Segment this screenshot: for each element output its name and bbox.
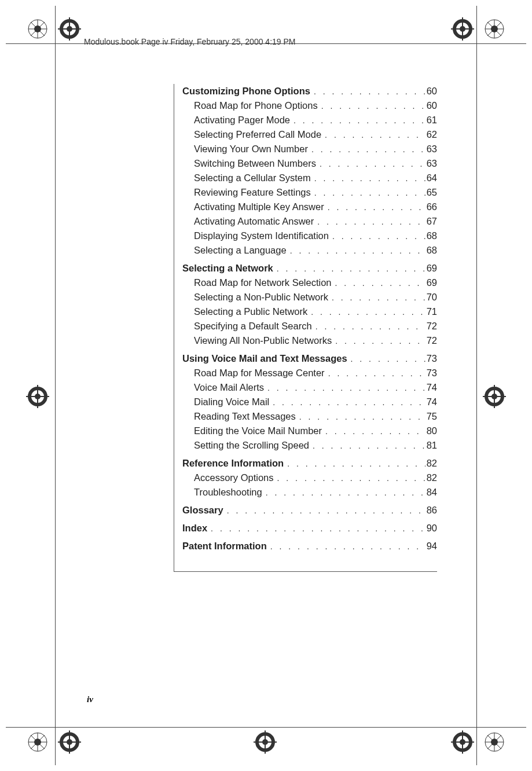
toc-entry-page: 82 <box>425 456 437 470</box>
toc-entry-page: 66 <box>425 200 437 214</box>
registration-mark-icon <box>26 17 49 41</box>
toc-section-row: Index . . . . . . . . . . . . . . . . . … <box>182 521 437 535</box>
toc-entry-title: Selecting a Network <box>182 261 273 275</box>
toc-entry-page: 72 <box>425 319 437 333</box>
toc-group: Reference Information . . . . . . . . . … <box>182 456 437 500</box>
toc-leader-dots: . . . . . . . . . . . . . . . . . . . . … <box>335 276 425 290</box>
toc-leader-dots: . . . . . . . . . . . . . . . . . . . . … <box>293 113 425 127</box>
registration-mark-icon <box>483 17 506 41</box>
toc-leader-dots: . . . . . . . . . . . . . . . . . . . . … <box>351 352 425 366</box>
toc-leader-dots: . . . . . . . . . . . . . . . . . . . . … <box>321 99 425 113</box>
toc-entry-title: Selecting a Cellular System <box>194 171 311 185</box>
toc-entry-title: Reading Text Messages <box>194 409 296 423</box>
toc-sub-row: Accessory Options . . . . . . . . . . . … <box>182 471 437 485</box>
toc-entry-title: Selecting a Non-Public Network <box>194 290 328 304</box>
svg-point-5 <box>34 25 41 32</box>
toc-entry-page: 80 <box>425 424 437 438</box>
toc-entry-title: Activating Multiple Key Answer <box>194 200 324 214</box>
toc-entry-title: Selecting a Language <box>194 243 287 257</box>
toc-leader-dots: . . . . . . . . . . . . . . . . . . . . … <box>314 85 425 98</box>
toc-leader-dots: . . . . . . . . . . . . . . . . . . . . … <box>315 320 425 333</box>
toc-group: Selecting a Network . . . . . . . . . . … <box>182 261 437 348</box>
toc-sub-row: Activating Pager Mode . . . . . . . . . … <box>182 113 437 127</box>
toc-entry-page: 84 <box>425 485 437 499</box>
toc-entry-title: Patent Information <box>182 539 267 553</box>
toc-entry-page: 68 <box>425 229 437 243</box>
toc-entry-title: Viewing Your Own Number <box>194 142 308 156</box>
toc-entry-page: 73 <box>425 351 437 365</box>
toc-sub-row: Reviewing Feature Settings . . . . . . .… <box>182 185 437 200</box>
toc-entry-page: 72 <box>425 333 437 347</box>
toc-section-row: Using Voice Mail and Text Messages . . .… <box>182 351 437 366</box>
toc-leader-dots: . . . . . . . . . . . . . . . . . . . . … <box>325 128 425 142</box>
toc-entry-title: Specifying a Default Search <box>194 319 312 333</box>
toc-leader-dots: . . . . . . . . . . . . . . . . . . . . … <box>299 410 425 424</box>
column-border <box>174 571 437 572</box>
svg-point-15 <box>491 25 498 32</box>
toc-sub-row: Activating Multiple Key Answer . . . . .… <box>182 200 437 214</box>
toc-entry-title: Setting the Scrolling Speed <box>194 438 309 452</box>
toc-section-row: Glossary . . . . . . . . . . . . . . . .… <box>182 503 437 517</box>
toc-leader-dots: . . . . . . . . . . . . . . . . . . . . … <box>332 291 425 304</box>
toc-sub-row: Road Map for Message Center . . . . . . … <box>182 366 437 380</box>
registration-mark-icon <box>26 730 49 754</box>
crop-line-right <box>476 6 477 765</box>
toc-entry-page: 71 <box>425 304 437 318</box>
toc-sub-row: Specifying a Default Search . . . . . . … <box>182 319 437 333</box>
toc-sub-row: Selecting Preferred Call Mode . . . . . … <box>182 127 437 142</box>
toc-leader-dots: . . . . . . . . . . . . . . . . . . . . … <box>335 334 425 348</box>
toc-sub-row: Selecting a Public Network . . . . . . .… <box>182 304 437 319</box>
toc-leader-dots: . . . . . . . . . . . . . . . . . . . . … <box>267 381 425 395</box>
toc-sub-row: Activating Automatic Answer . . . . . . … <box>182 214 437 229</box>
registration-mark-icon <box>58 17 81 41</box>
toc-entry-title: Selecting Preferred Call Mode <box>194 127 321 141</box>
toc-entry-title: Activating Pager Mode <box>194 113 290 127</box>
svg-point-43 <box>491 739 498 746</box>
toc-entry-title: Glossary <box>182 503 223 517</box>
toc-entry-title: Editing the Voice Mail Number <box>194 424 322 438</box>
toc-entry-title: Customizing Phone Options <box>182 84 310 98</box>
toc-leader-dots: . . . . . . . . . . . . . . . . . . . . … <box>314 171 425 185</box>
toc-entry-page: 69 <box>425 261 437 275</box>
toc-entry-page: 63 <box>425 142 437 156</box>
toc-sub-row: Reading Text Messages . . . . . . . . . … <box>182 409 437 424</box>
toc-entry-page: 74 <box>425 380 437 394</box>
toc-entry-page: 75 <box>425 409 437 423</box>
toc-entry-page: 60 <box>425 98 437 112</box>
toc-entry-page: 60 <box>425 84 437 98</box>
toc-leader-dots: . . . . . . . . . . . . . . . . . . . . … <box>320 157 425 171</box>
toc-sub-row: Selecting a Cellular System . . . . . . … <box>182 171 437 185</box>
toc-leader-dots: . . . . . . . . . . . . . . . . . . . . … <box>277 262 425 276</box>
toc-entry-title: Displaying System Identification <box>194 229 329 243</box>
toc-leader-dots: . . . . . . . . . . . . . . . . . . . . … <box>290 244 425 258</box>
toc-group: Using Voice Mail and Text Messages . . .… <box>182 351 437 453</box>
toc-sub-row: Displaying System Identification . . . .… <box>182 229 437 243</box>
toc-section-row: Reference Information . . . . . . . . . … <box>182 456 437 471</box>
toc-leader-dots: . . . . . . . . . . . . . . . . . . . . … <box>311 142 425 156</box>
page-number: iv <box>87 695 93 704</box>
svg-point-33 <box>34 739 41 746</box>
toc-entry-title: Reference Information <box>182 456 284 470</box>
registration-mark-icon <box>483 385 506 408</box>
toc-entry-title: Using Voice Mail and Text Messages <box>182 351 347 365</box>
document-page: Modulous.book Page iv Friday, February 2… <box>0 0 532 771</box>
toc-leader-dots: . . . . . . . . . . . . . . . . . . . . … <box>227 504 425 517</box>
toc-entry-page: 64 <box>425 171 437 185</box>
registration-mark-icon <box>26 385 49 408</box>
crop-line-bottom <box>6 727 526 728</box>
toc-leader-dots: . . . . . . . . . . . . . . . . . . . . … <box>211 522 425 535</box>
toc-entry-title: Activating Automatic Answer <box>194 214 314 228</box>
toc-leader-dots: . . . . . . . . . . . . . . . . . . . . … <box>325 424 425 438</box>
registration-mark-icon <box>451 17 474 41</box>
registration-mark-icon <box>58 730 81 754</box>
toc-leader-dots: . . . . . . . . . . . . . . . . . . . . … <box>328 366 425 380</box>
toc-section-row: Selecting a Network . . . . . . . . . . … <box>182 261 437 276</box>
toc-entry-title: Reviewing Feature Settings <box>194 185 311 199</box>
toc-entry-page: 67 <box>425 214 437 228</box>
toc-leader-dots: . . . . . . . . . . . . . . . . . . . . … <box>328 200 425 214</box>
toc-entry-title: Road Map for Phone Options <box>194 98 318 112</box>
toc-section-row: Customizing Phone Options . . . . . . . … <box>182 84 437 98</box>
page-header-metadata: Modulous.book Page iv Friday, February 2… <box>84 37 296 46</box>
toc-entry-title: Dialing Voice Mail <box>194 395 269 409</box>
toc-sub-row: Editing the Voice Mail Number . . . . . … <box>182 424 437 438</box>
